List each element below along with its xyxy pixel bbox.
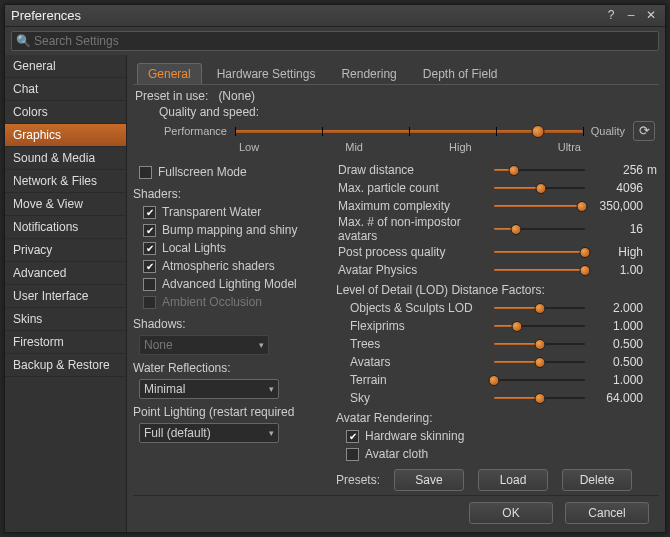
slider-label: Terrain xyxy=(336,373,494,387)
preset-label: Preset in use: xyxy=(135,89,208,103)
reflections-select[interactable]: Minimal ▾ xyxy=(139,379,279,399)
sidebar-item-sound-media[interactable]: Sound & Media xyxy=(5,147,126,170)
sidebar-item-skins[interactable]: Skins xyxy=(5,308,126,331)
sidebar-item-move-view[interactable]: Move & View xyxy=(5,193,126,216)
close-icon[interactable]: ✕ xyxy=(643,8,659,24)
slider-row: Avatars0.500 xyxy=(336,353,659,371)
sidebar: GeneralChatColorsGraphicsSound & MediaNe… xyxy=(5,55,127,532)
slider-knob[interactable] xyxy=(534,339,545,350)
slider-knob[interactable] xyxy=(534,303,545,314)
sidebar-item-network-files[interactable]: Network & Files xyxy=(5,170,126,193)
presets-label: Presets: xyxy=(336,473,380,487)
preset-value: (None) xyxy=(218,89,255,103)
slider-value: 256 xyxy=(591,163,643,177)
shadows-value: None xyxy=(144,338,173,352)
cancel-button[interactable]: Cancel xyxy=(565,502,649,524)
checkbox[interactable]: ✔ xyxy=(346,448,359,461)
slider[interactable] xyxy=(494,199,585,213)
avatar-rendering-heading: Avatar Rendering: xyxy=(336,411,659,425)
shader-row[interactable]: ✔Ambient Occlusion xyxy=(143,293,328,311)
checkbox[interactable]: ✔ xyxy=(143,242,156,255)
slider-row: Avatar Physics1.00 xyxy=(336,261,659,279)
tab-general[interactable]: General xyxy=(137,63,202,84)
tab-depth-of-field[interactable]: Depth of Field xyxy=(412,63,509,84)
tab-hardware-settings[interactable]: Hardware Settings xyxy=(206,63,327,84)
shader-row[interactable]: ✔Bump mapping and shiny xyxy=(143,221,328,239)
quality-slider[interactable] xyxy=(235,124,583,138)
slider-row: Objects & Sculpts LOD2.000 xyxy=(336,299,659,317)
refresh-button[interactable]: ⟳ xyxy=(633,121,655,141)
slider-row: Maximum complexity350,000 xyxy=(336,197,659,215)
slider-label: Avatar Physics xyxy=(336,263,494,277)
slider[interactable] xyxy=(494,181,585,195)
slider-row: Trees0.500 xyxy=(336,335,659,353)
sidebar-item-user-interface[interactable]: User Interface xyxy=(5,285,126,308)
fullscreen-row[interactable]: ✔ Fullscreen Mode xyxy=(139,163,328,181)
quality-knob[interactable] xyxy=(531,125,544,138)
slider[interactable] xyxy=(494,355,585,369)
slider-unit: m xyxy=(643,163,659,177)
help-icon[interactable]: ? xyxy=(603,8,619,24)
slider-knob[interactable] xyxy=(536,183,547,194)
tab-rendering[interactable]: Rendering xyxy=(330,63,407,84)
delete-button[interactable]: Delete xyxy=(562,469,632,491)
sidebar-item-firestorm[interactable]: Firestorm xyxy=(5,331,126,354)
shader-row[interactable]: ✔Local Lights xyxy=(143,239,328,257)
checkbox[interactable]: ✔ xyxy=(143,260,156,273)
slider-label: Max. # of non-impostor avatars xyxy=(336,215,494,243)
slider-knob[interactable] xyxy=(580,247,591,258)
slider[interactable] xyxy=(494,319,585,333)
pointlight-select[interactable]: Full (default) ▾ xyxy=(139,423,279,443)
sidebar-item-general[interactable]: General xyxy=(5,55,126,78)
slider-knob[interactable] xyxy=(534,357,545,368)
slider-knob[interactable] xyxy=(510,224,521,235)
sidebar-item-chat[interactable]: Chat xyxy=(5,78,126,101)
search-bar[interactable]: 🔍 xyxy=(11,31,659,51)
checkbox[interactable]: ✔ xyxy=(143,224,156,237)
sidebar-item-graphics[interactable]: Graphics xyxy=(5,124,126,147)
search-input[interactable] xyxy=(30,34,654,48)
slider-label: Avatars xyxy=(336,355,494,369)
slider[interactable] xyxy=(494,263,585,277)
save-button[interactable]: Save xyxy=(394,469,464,491)
titlebar[interactable]: Preferences ? – ✕ xyxy=(5,5,665,27)
checkbox[interactable]: ✔ xyxy=(143,206,156,219)
shader-row[interactable]: ✔Transparent Water xyxy=(143,203,328,221)
slider-knob[interactable] xyxy=(534,393,545,404)
sidebar-item-advanced[interactable]: Advanced xyxy=(5,262,126,285)
checkbox-label: Atmospheric shaders xyxy=(162,259,275,273)
slider-value: 0.500 xyxy=(591,337,643,351)
fullscreen-checkbox[interactable]: ✔ xyxy=(139,166,152,179)
slider[interactable] xyxy=(494,301,585,315)
checkbox: ✔ xyxy=(143,296,156,309)
slider-knob[interactable] xyxy=(580,265,591,276)
slider[interactable] xyxy=(494,373,585,387)
slider-row: Draw distance256m xyxy=(336,161,659,179)
load-button[interactable]: Load xyxy=(478,469,548,491)
checkbox-label: Bump mapping and shiny xyxy=(162,223,297,237)
sidebar-item-colors[interactable]: Colors xyxy=(5,101,126,124)
slider-label: Post process quality xyxy=(336,245,494,259)
shader-row[interactable]: ✔Atmospheric shaders xyxy=(143,257,328,275)
sidebar-item-privacy[interactable]: Privacy xyxy=(5,239,126,262)
slider-knob[interactable] xyxy=(509,165,520,176)
slider-knob[interactable] xyxy=(511,321,522,332)
search-icon: 🔍 xyxy=(16,34,30,48)
shadows-select[interactable]: None ▾ xyxy=(139,335,269,355)
slider[interactable] xyxy=(494,337,585,351)
sidebar-item-notifications[interactable]: Notifications xyxy=(5,216,126,239)
checkbox[interactable]: ✔ xyxy=(346,430,359,443)
ok-button[interactable]: OK xyxy=(469,502,553,524)
shader-row[interactable]: ✔Advanced Lighting Model xyxy=(143,275,328,293)
slider[interactable] xyxy=(494,163,585,177)
avatar-render-row[interactable]: ✔Avatar cloth xyxy=(346,445,659,463)
avatar-render-row[interactable]: ✔Hardware skinning xyxy=(346,427,659,445)
sidebar-item-backup-restore[interactable]: Backup & Restore xyxy=(5,354,126,377)
slider-knob[interactable] xyxy=(577,201,588,212)
minimize-icon[interactable]: – xyxy=(623,8,639,24)
slider[interactable] xyxy=(494,391,585,405)
checkbox[interactable]: ✔ xyxy=(143,278,156,291)
slider-knob[interactable] xyxy=(489,375,500,386)
slider[interactable] xyxy=(494,222,585,236)
slider[interactable] xyxy=(494,245,585,259)
